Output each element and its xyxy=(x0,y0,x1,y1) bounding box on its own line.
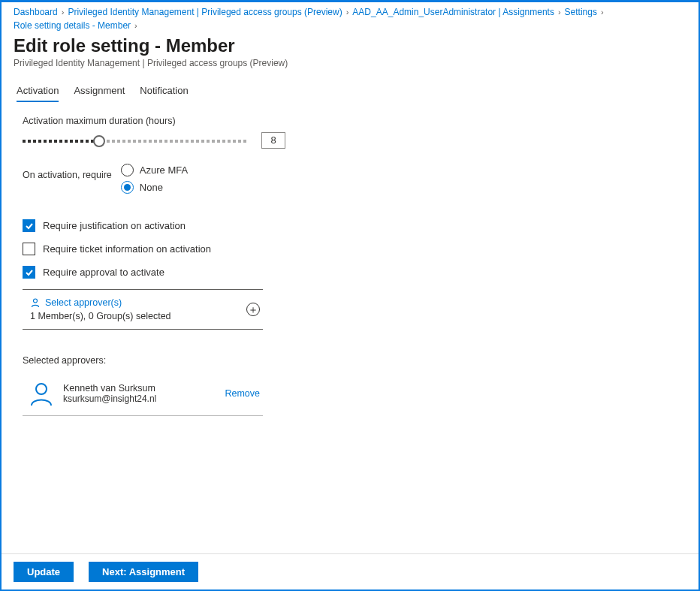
selected-approver-row: Kenneth van Surksum ksurksum@insight24.n… xyxy=(23,376,263,416)
page-title: Edit role setting - Member xyxy=(2,32,698,58)
approver-name: Kenneth van Surksum xyxy=(63,383,156,393)
breadcrumb-item[interactable]: Role setting details - Member xyxy=(14,20,131,31)
select-approvers-title: Select approver(s) xyxy=(45,297,122,308)
select-approvers-panel[interactable]: Select approver(s) 1 Member(s), 0 Group(… xyxy=(23,289,263,330)
breadcrumb-item[interactable]: AAD_AA_Admin_UserAdministrator | Assignm… xyxy=(352,7,554,17)
svg-point-0 xyxy=(34,299,38,303)
on-activation-require-label: On activation, require xyxy=(23,164,112,180)
radio-azure-mfa[interactable]: Azure MFA xyxy=(121,164,188,176)
activation-panel: Activation maximum duration (hours) 8 On… xyxy=(2,116,698,416)
remove-approver-link[interactable]: Remove xyxy=(225,388,260,399)
breadcrumb-item[interactable]: Privileged Identity Management | Privile… xyxy=(68,7,342,17)
tab-bar: Activation Assignment Notification xyxy=(2,79,698,102)
radio-icon xyxy=(121,181,134,194)
checkbox-icon xyxy=(23,219,35,232)
plus-icon: ＋ xyxy=(248,304,258,315)
checkbox-label: Require justification on activation xyxy=(43,220,186,231)
breadcrumb: Dashboard › Privileged Identity Manageme… xyxy=(2,2,698,32)
radio-none[interactable]: None xyxy=(121,181,188,194)
checkbox-icon xyxy=(23,243,35,255)
next-assignment-button[interactable]: Next: Assignment xyxy=(89,562,198,582)
chevron-right-icon: › xyxy=(557,8,562,17)
radio-label: Azure MFA xyxy=(140,164,188,176)
checkbox-require-ticket[interactable]: Require ticket information on activation xyxy=(23,243,698,255)
select-approvers-subtitle: 1 Member(s), 0 Group(s) selected xyxy=(30,311,171,321)
page-subtitle: Privileged Identity Management | Privile… xyxy=(2,58,698,79)
breadcrumb-item[interactable]: Dashboard xyxy=(14,7,58,17)
checkbox-require-justification[interactable]: Require justification on activation xyxy=(23,219,698,232)
tab-assignment[interactable]: Assignment xyxy=(74,85,125,102)
person-icon xyxy=(30,297,41,308)
radio-icon xyxy=(121,164,134,176)
approver-email: ksurksum@insight24.nl xyxy=(63,393,156,404)
tab-notification[interactable]: Notification xyxy=(140,85,188,102)
svg-point-1 xyxy=(36,384,47,394)
checkbox-require-approval[interactable]: Require approval to activate xyxy=(23,266,698,279)
update-button[interactable]: Update xyxy=(14,562,74,582)
breadcrumb-item[interactable]: Settings xyxy=(565,7,597,17)
chevron-right-icon: › xyxy=(61,8,65,17)
slider-thumb-icon[interactable] xyxy=(93,135,105,147)
chevron-right-icon: › xyxy=(600,8,605,17)
footer-bar: Update Next: Assignment xyxy=(2,553,698,589)
max-duration-slider[interactable] xyxy=(23,135,248,146)
checkbox-icon xyxy=(23,266,35,279)
radio-label: None xyxy=(140,182,163,193)
checkbox-label: Require approval to activate xyxy=(43,267,164,278)
tab-activation[interactable]: Activation xyxy=(17,85,59,102)
user-icon xyxy=(29,381,54,406)
selected-approvers-label: Selected approvers: xyxy=(23,355,698,366)
max-duration-label: Activation maximum duration (hours) xyxy=(23,116,698,126)
checkbox-label: Require ticket information on activation xyxy=(43,243,211,255)
chevron-right-icon: › xyxy=(134,21,138,30)
max-duration-value[interactable]: 8 xyxy=(261,132,285,149)
add-approver-button[interactable]: ＋ xyxy=(246,303,260,316)
chevron-right-icon: › xyxy=(345,8,350,17)
